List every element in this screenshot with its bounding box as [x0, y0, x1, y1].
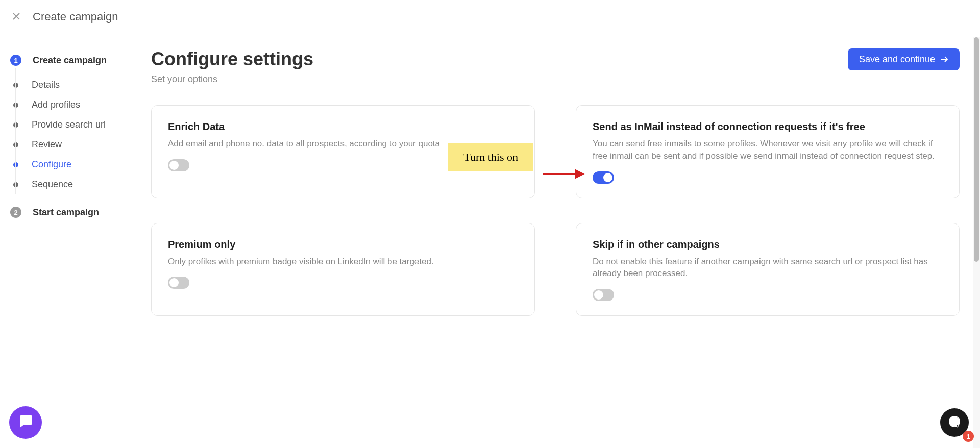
toggle-skip-other-campaigns[interactable] [593, 289, 614, 301]
toggle-knob [169, 278, 179, 287]
step-number-badge: 2 [10, 207, 21, 218]
toggle-knob [169, 161, 179, 170]
sidebar-item-details[interactable]: Details [13, 75, 137, 95]
card-description: You can send free inmails to some profil… [593, 138, 943, 162]
card-skip-other-campaigns: Skip if in other campaigns Do not enable… [576, 223, 960, 316]
card-description: Do not enable this feature if another ca… [593, 256, 943, 280]
sidebar-item-provide-search-url[interactable]: Provide search url [13, 115, 137, 135]
card-title: Premium only [168, 239, 518, 251]
content-title: Configure settings [151, 48, 313, 70]
step-number-badge: 1 [10, 55, 21, 66]
scrollbar-thumb[interactable] [974, 37, 979, 262]
sidebar-item-add-profiles[interactable]: Add profiles [13, 95, 137, 115]
chat-widget-left[interactable] [9, 406, 42, 439]
toggle-knob [594, 290, 603, 300]
toggle-enrich-data[interactable] [168, 159, 189, 171]
arrow-right-icon [940, 54, 948, 65]
card-enrich-data: Enrich Data Add email and phone no. data… [151, 105, 535, 198]
page-header: Create campaign [0, 0, 980, 34]
close-icon[interactable] [12, 11, 20, 23]
step-title: Create campaign [33, 55, 107, 66]
sidebar-item-review[interactable]: Review [13, 135, 137, 155]
substep-label: Sequence [32, 179, 73, 190]
substep-label: Provide search url [32, 119, 106, 130]
main-content: Configure settings Set your options Save… [137, 34, 980, 445]
step-title: Start campaign [33, 207, 99, 218]
step-section-1: 1 Create campaign Details Add profiles P… [10, 55, 137, 194]
content-subtitle: Set your options [151, 74, 313, 85]
toggle-knob [603, 173, 612, 182]
scrollbar[interactable] [973, 37, 980, 445]
substep-label: Review [32, 139, 62, 150]
toggle-premium-only[interactable] [168, 277, 189, 289]
card-send-inmail: Send as InMail instead of connection req… [576, 105, 960, 198]
card-premium-only: Premium only Only profiles with premium … [151, 223, 535, 316]
substep-label: Add profiles [32, 99, 80, 110]
step-connector-line [15, 68, 16, 194]
substep-label: Details [32, 80, 60, 90]
annotation-arrow-icon [542, 169, 589, 179]
sidebar-item-sequence[interactable]: Sequence [13, 175, 137, 194]
substep-label: Configure [32, 159, 71, 170]
save-continue-button[interactable]: Save and continue [848, 48, 960, 70]
step-2-header[interactable]: 2 Start campaign [10, 207, 137, 218]
chat-bubble-icon [948, 415, 961, 430]
content-header: Configure settings Set your options Save… [151, 48, 960, 85]
step-section-2: 2 Start campaign [10, 207, 137, 218]
save-button-label: Save and continue [859, 54, 935, 65]
card-title: Skip if in other campaigns [593, 239, 943, 251]
card-title: Enrich Data [168, 121, 518, 133]
page-title: Create campaign [33, 10, 118, 23]
annotation-callout: Turn this on [448, 143, 533, 171]
toggle-send-inmail[interactable] [593, 171, 614, 184]
card-description: Only profiles with premium badge visible… [168, 256, 518, 268]
step-1-header[interactable]: 1 Create campaign [10, 55, 137, 66]
settings-cards-grid: Enrich Data Add email and phone no. data… [151, 105, 960, 316]
chat-bubble-icon [18, 414, 33, 431]
notification-badge[interactable]: 1 [963, 431, 974, 442]
card-title: Send as InMail instead of connection req… [593, 121, 943, 133]
sidebar: 1 Create campaign Details Add profiles P… [0, 34, 137, 445]
sidebar-item-configure[interactable]: Configure [13, 155, 137, 175]
